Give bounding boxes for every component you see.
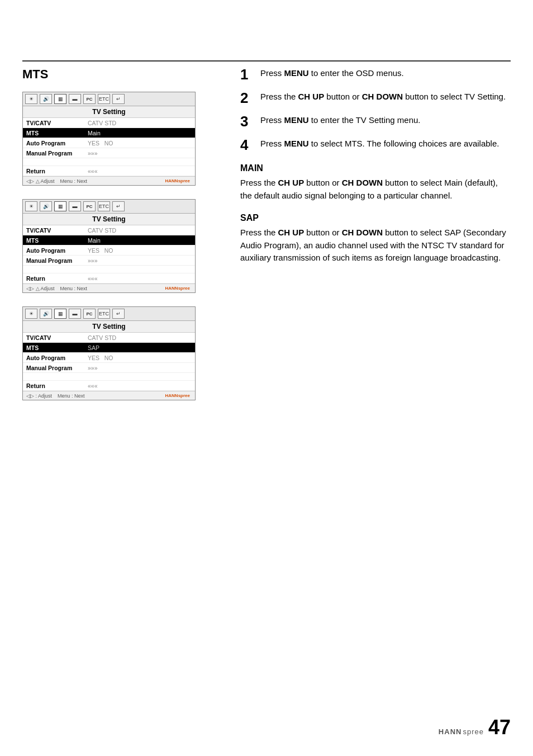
icon-pc-3: PC <box>83 309 96 319</box>
panel3-bottom: ◁▷ : Adjust Menu : Next HANNspree <box>23 391 195 400</box>
panel2-title: TV Setting <box>23 214 195 225</box>
icon-volume: 🔊 <box>40 94 52 104</box>
step-2-number: 2 <box>240 91 256 105</box>
icon-volume-3: 🔊 <box>40 309 52 319</box>
icon-pc-2: PC <box>83 201 96 211</box>
panel1-row-autoprog: Auto Program YES NO <box>23 138 195 148</box>
icons-row-2: ☀ 🔊 ▦ ▬ PC ETC ↵ <box>23 200 195 214</box>
panel1-row-manualprog: Manual Program »»» <box>23 148 195 158</box>
osd-panel-2: ☀ 🔊 ▦ ▬ PC ETC ↵ TV Setting TV/CATV CATV… <box>22 199 196 293</box>
icon-etc: ETC <box>98 94 110 104</box>
step-3: 3 Press MENU to enter the TV Setting men… <box>240 114 511 129</box>
panel3-row-return: Return ««« <box>23 381 195 391</box>
icon-tv-2: ▦ <box>54 201 66 211</box>
panel3-row-tvcatv: TV/CATV CATV STD <box>23 333 195 343</box>
panel2-row-tvcatv: TV/CATV CATV STD <box>23 225 195 235</box>
subsection-main: MAIN Press the CH UP button or CH DOWN b… <box>240 163 511 202</box>
step-1-number: 1 <box>240 67 256 82</box>
step-4: 4 Press MENU to select MTS. The followin… <box>240 138 511 152</box>
panel1-row-tvcatv: TV/CATV CATV STD <box>23 118 195 128</box>
step-4-number: 4 <box>240 138 256 152</box>
icon-monitor-3: ▬ <box>69 309 81 319</box>
footer-brand: HANN spree 47 <box>439 716 511 739</box>
footer-hann-text: HANN <box>439 727 462 736</box>
panel2-row-autoprog: Auto Program YES NO <box>23 245 195 256</box>
panel1-row-mts: MTS Main <box>23 128 195 138</box>
subsection-sap: SAP Press the CH UP button or CH DOWN bu… <box>240 213 511 264</box>
subsection-main-title: MAIN <box>240 163 511 173</box>
step-3-number: 3 <box>240 114 256 129</box>
step-1: 1 Press MENU to enter the OSD menus. <box>240 67 511 82</box>
subsection-sap-title: SAP <box>240 213 511 223</box>
panel2-row-manualprog: Manual Program »»» <box>23 256 195 266</box>
icons-row-3: ☀ 🔊 ▦ ▬ PC ETC ↵ <box>23 307 195 321</box>
footer: HANN spree 47 <box>22 716 511 739</box>
icon-nav: ↵ <box>112 94 125 104</box>
panel2-row-return: Return ««« <box>23 273 195 284</box>
panel2-bottom: ◁▷ △ Adjust Menu : Next HANNspree <box>23 284 195 292</box>
icon-nav-3: ↵ <box>112 309 125 319</box>
panel3-row-manualprog: Manual Program »»» <box>23 363 195 373</box>
icon-etc-2: ETC <box>98 201 110 211</box>
icon-brightness-3: ☀ <box>25 309 37 319</box>
panel1-title: TV Setting <box>23 106 195 118</box>
osd-panel-1: ☀ 🔊 ▦ ▬ PC ETC ↵ TV Setting TV/CATV CATV… <box>22 92 196 186</box>
panel3-row-autoprog: Auto Program YES NO <box>23 353 195 363</box>
icon-brightness-2: ☀ <box>25 201 37 211</box>
panel1-spacer <box>23 158 195 166</box>
panel3-title: TV Setting <box>23 321 195 333</box>
panel3-spacer <box>23 373 195 381</box>
icon-nav-2: ↵ <box>112 201 125 211</box>
footer-spree-text: spree <box>463 727 484 736</box>
step-1-text: Press MENU to enter the OSD menus. <box>260 67 404 79</box>
panel3-row-mts: MTS SAP <box>23 343 195 353</box>
top-rule <box>22 60 511 62</box>
panel1-row-return: Return ««« <box>23 166 195 176</box>
icon-tv: ▦ <box>54 94 66 104</box>
footer-page-number: 47 <box>488 716 511 739</box>
panel1-bottom: ◁▷ △ Adjust Menu : Next HANNspree <box>23 176 195 185</box>
icon-volume-2: 🔊 <box>40 201 52 211</box>
panel2-spacer <box>23 266 195 273</box>
icon-etc-3: ETC <box>98 309 110 319</box>
icon-monitor-2: ▬ <box>69 201 81 211</box>
step-2: 2 Press the CH UP button or CH DOWN butt… <box>240 91 511 105</box>
icon-pc: PC <box>83 94 96 104</box>
right-column: 1 Press MENU to enter the OSD menus. 2 P… <box>240 67 511 264</box>
left-column: MTS ☀ 🔊 ▦ ▬ PC ETC ↵ TV Setting TV/CATV … <box>22 67 235 414</box>
page-title: MTS <box>22 67 235 82</box>
step-3-text: Press MENU to enter the TV Setting menu. <box>260 114 421 126</box>
osd-panel-3: ☀ 🔊 ▦ ▬ PC ETC ↵ TV Setting TV/CATV CATV… <box>22 306 196 400</box>
step-4-text: Press MENU to select MTS. The following … <box>260 138 499 150</box>
icon-brightness: ☀ <box>25 94 37 104</box>
icons-row-1: ☀ 🔊 ▦ ▬ PC ETC ↵ <box>23 92 195 106</box>
step-2-text: Press the CH UP button or CH DOWN button… <box>260 91 506 103</box>
subsection-sap-text: Press the CH UP button or CH DOWN button… <box>240 226 511 264</box>
panel2-row-mts: MTS Main <box>23 235 195 245</box>
subsection-main-text: Press the CH UP button or CH DOWN button… <box>240 177 511 202</box>
icon-tv-3: ▦ <box>54 309 66 319</box>
icon-monitor: ▬ <box>69 94 81 104</box>
